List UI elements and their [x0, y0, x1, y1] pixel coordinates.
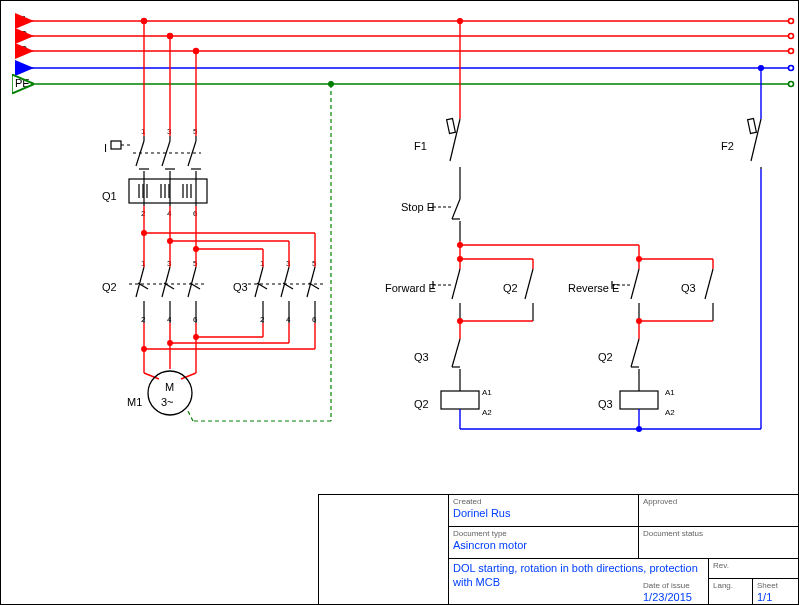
svg-line-76: [450, 119, 460, 161]
svg-point-93: [458, 257, 463, 262]
svg-line-52: [307, 267, 315, 297]
svg-line-41: [136, 267, 144, 297]
svg-point-130: [759, 66, 764, 71]
tb-created: Created Dorinel Rus: [449, 495, 639, 527]
svg-line-126: [751, 119, 761, 161]
svg-point-125: [637, 427, 642, 432]
svg-line-48: [255, 267, 263, 297]
svg-line-45: [188, 267, 196, 297]
svg-rect-28: [129, 179, 207, 203]
tb-sheet: Sheet 1/1: [753, 579, 799, 605]
svg-line-95: [452, 269, 460, 299]
svg-line-101: [631, 269, 639, 299]
svg-rect-119: [441, 391, 479, 409]
svg-point-6: [789, 34, 794, 39]
tb-rev: Rev.: [709, 559, 799, 579]
svg-line-72: [187, 409, 193, 421]
svg-point-73: [329, 82, 334, 87]
schematic-canvas: L1 L2 L3 N PE I Q1 Q2 Q3 M1 M 3~ 1 3 5 2…: [0, 0, 799, 605]
svg-rect-120: [620, 391, 658, 409]
svg-rect-127: [748, 119, 757, 134]
svg-line-50: [281, 267, 289, 297]
svg-point-68: [142, 347, 146, 351]
tb-docstatus: Document status: [639, 527, 799, 559]
titleblock: Created Dorinel Rus Approved Document ty…: [318, 494, 798, 604]
svg-point-75: [458, 19, 463, 24]
svg-line-99: [525, 269, 533, 299]
tb-lang: Lang.: [709, 579, 753, 605]
tb-logo-cell: [319, 495, 449, 605]
svg-point-39: [168, 239, 173, 244]
svg-point-38: [142, 231, 147, 236]
svg-rect-16: [111, 141, 121, 149]
svg-point-14: [168, 34, 173, 39]
svg-rect-78: [447, 119, 456, 134]
svg-point-15: [194, 49, 199, 54]
svg-point-9: [789, 82, 794, 87]
svg-point-13: [142, 19, 147, 24]
svg-point-40: [194, 247, 199, 252]
svg-line-116: [631, 339, 639, 367]
svg-point-66: [194, 335, 198, 339]
svg-point-109: [458, 319, 463, 324]
svg-point-69: [148, 371, 192, 415]
svg-line-43: [162, 267, 170, 297]
svg-line-80: [452, 199, 460, 219]
svg-point-5: [789, 19, 794, 24]
svg-line-105: [705, 269, 713, 299]
svg-point-8: [789, 66, 794, 71]
svg-point-94: [637, 257, 642, 262]
svg-point-67: [168, 341, 172, 345]
tb-doctype: Document type Asincron motor: [449, 527, 639, 559]
svg-point-88: [458, 243, 463, 248]
tb-approved: Approved: [639, 495, 799, 527]
svg-point-7: [789, 49, 794, 54]
tb-date: Date of issue 1/23/2015: [639, 579, 709, 605]
svg-point-112: [637, 319, 642, 324]
svg-line-113: [452, 339, 460, 367]
